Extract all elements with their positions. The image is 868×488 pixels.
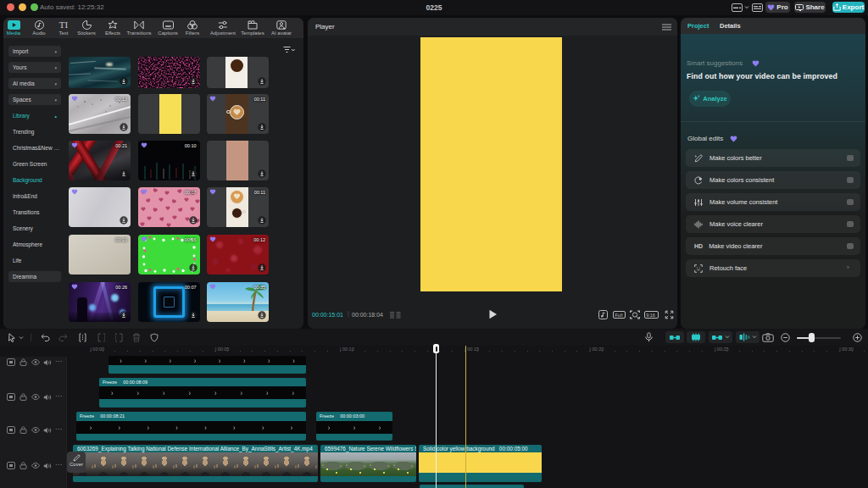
svg-text:9:16: 9:16 [646, 313, 655, 318]
svg-text:Full: Full [615, 313, 623, 318]
